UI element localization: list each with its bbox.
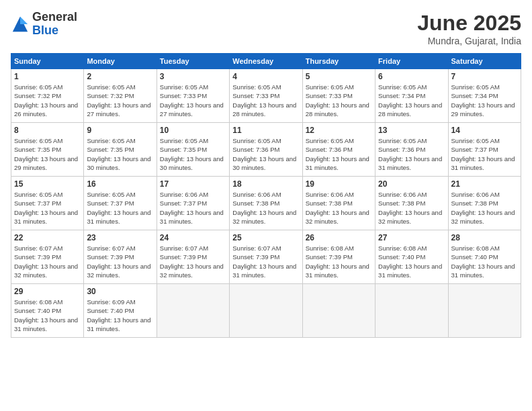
day-info: Sunrise: 6:08 AM Sunset: 7:40 PM Dayligh… bbox=[14, 298, 81, 333]
day-info: Sunrise: 6:09 AM Sunset: 7:40 PM Dayligh… bbox=[87, 298, 153, 333]
day-info: Sunrise: 6:05 AM Sunset: 7:37 PM Dayligh… bbox=[14, 190, 81, 226]
day-number: 2 bbox=[87, 72, 153, 81]
day-info: Sunrise: 6:06 AM Sunset: 7:38 PM Dayligh… bbox=[378, 190, 445, 226]
logo-general: General bbox=[32, 10, 77, 24]
day-number: 12 bbox=[306, 126, 372, 135]
header: General Blue June 2025 Mundra, Gujarat, … bbox=[11, 11, 521, 46]
table-row bbox=[302, 284, 375, 338]
table-row: 1 Sunrise: 6:05 AM Sunset: 7:32 PM Dayli… bbox=[11, 69, 84, 123]
table-row: 25 Sunrise: 6:07 AM Sunset: 7:39 PM Dayl… bbox=[230, 230, 302, 284]
table-row: 18 Sunrise: 6:06 AM Sunset: 7:38 PM Dayl… bbox=[230, 177, 302, 230]
day-number: 29 bbox=[14, 287, 81, 296]
table-row: 22 Sunrise: 6:07 AM Sunset: 7:39 PM Dayl… bbox=[11, 230, 84, 284]
day-number: 15 bbox=[14, 179, 81, 189]
day-info: Sunrise: 6:05 AM Sunset: 7:35 PM Dayligh… bbox=[14, 136, 81, 172]
day-number: 6 bbox=[378, 72, 445, 81]
day-number: 8 bbox=[14, 126, 81, 135]
day-info: Sunrise: 6:05 AM Sunset: 7:36 PM Dayligh… bbox=[306, 136, 372, 172]
day-number: 9 bbox=[87, 126, 153, 135]
day-info: Sunrise: 6:07 AM Sunset: 7:39 PM Dayligh… bbox=[87, 244, 153, 279]
header-sunday: Sunday bbox=[11, 54, 84, 69]
day-number: 20 bbox=[378, 179, 445, 189]
day-info: Sunrise: 6:07 AM Sunset: 7:39 PM Dayligh… bbox=[232, 244, 299, 279]
calendar-week-row: 1 Sunrise: 6:05 AM Sunset: 7:32 PM Dayli… bbox=[11, 69, 521, 123]
table-row: 4 Sunrise: 6:05 AM Sunset: 7:33 PM Dayli… bbox=[230, 69, 302, 123]
location-subtitle: Mundra, Gujarat, India bbox=[417, 36, 521, 46]
table-row: 21 Sunrise: 6:06 AM Sunset: 7:38 PM Dayl… bbox=[448, 177, 521, 230]
table-row bbox=[375, 284, 448, 338]
day-number: 26 bbox=[306, 233, 372, 242]
day-info: Sunrise: 6:07 AM Sunset: 7:39 PM Dayligh… bbox=[160, 244, 226, 279]
table-row: 14 Sunrise: 6:05 AM Sunset: 7:37 PM Dayl… bbox=[448, 123, 521, 177]
table-row: 11 Sunrise: 6:05 AM Sunset: 7:36 PM Dayl… bbox=[230, 123, 302, 177]
table-row bbox=[157, 284, 229, 338]
table-row: 6 Sunrise: 6:05 AM Sunset: 7:34 PM Dayli… bbox=[375, 69, 448, 123]
day-number: 24 bbox=[160, 233, 226, 242]
table-row: 16 Sunrise: 6:05 AM Sunset: 7:37 PM Dayl… bbox=[84, 177, 157, 230]
header-wednesday: Wednesday bbox=[230, 54, 302, 69]
table-row: 8 Sunrise: 6:05 AM Sunset: 7:35 PM Dayli… bbox=[11, 123, 84, 177]
day-info: Sunrise: 6:05 AM Sunset: 7:35 PM Dayligh… bbox=[160, 136, 226, 172]
day-info: Sunrise: 6:05 AM Sunset: 7:33 PM Dayligh… bbox=[306, 83, 372, 118]
table-row bbox=[230, 284, 302, 338]
day-info: Sunrise: 6:07 AM Sunset: 7:39 PM Dayligh… bbox=[14, 244, 81, 279]
header-tuesday: Tuesday bbox=[157, 54, 229, 69]
day-info: Sunrise: 6:05 AM Sunset: 7:37 PM Dayligh… bbox=[87, 190, 153, 226]
day-number: 7 bbox=[451, 72, 518, 81]
table-row: 30 Sunrise: 6:09 AM Sunset: 7:40 PM Dayl… bbox=[84, 284, 157, 338]
table-row: 13 Sunrise: 6:05 AM Sunset: 7:36 PM Dayl… bbox=[375, 123, 448, 177]
day-number: 5 bbox=[306, 72, 372, 81]
logo-icon bbox=[11, 15, 30, 34]
table-row: 15 Sunrise: 6:05 AM Sunset: 7:37 PM Dayl… bbox=[11, 177, 84, 230]
table-row: 7 Sunrise: 6:05 AM Sunset: 7:34 PM Dayli… bbox=[448, 69, 521, 123]
table-row: 23 Sunrise: 6:07 AM Sunset: 7:39 PM Dayl… bbox=[84, 230, 157, 284]
month-title: June 2025 bbox=[417, 11, 521, 36]
day-number: 1 bbox=[14, 72, 81, 81]
calendar-week-row: 8 Sunrise: 6:05 AM Sunset: 7:35 PM Dayli… bbox=[11, 123, 521, 177]
day-info: Sunrise: 6:05 AM Sunset: 7:34 PM Dayligh… bbox=[378, 83, 445, 118]
header-monday: Monday bbox=[84, 54, 157, 69]
day-number: 22 bbox=[14, 233, 81, 242]
day-number: 13 bbox=[378, 126, 445, 135]
day-info: Sunrise: 6:06 AM Sunset: 7:38 PM Dayligh… bbox=[232, 190, 299, 226]
day-info: Sunrise: 6:05 AM Sunset: 7:32 PM Dayligh… bbox=[14, 83, 81, 118]
day-number: 4 bbox=[232, 72, 299, 81]
day-info: Sunrise: 6:05 AM Sunset: 7:34 PM Dayligh… bbox=[451, 83, 518, 118]
day-number: 23 bbox=[87, 233, 153, 242]
table-row: 3 Sunrise: 6:05 AM Sunset: 7:33 PM Dayli… bbox=[157, 69, 229, 123]
table-row: 24 Sunrise: 6:07 AM Sunset: 7:39 PM Dayl… bbox=[157, 230, 229, 284]
table-row: 12 Sunrise: 6:05 AM Sunset: 7:36 PM Dayl… bbox=[302, 123, 375, 177]
table-row: 29 Sunrise: 6:08 AM Sunset: 7:40 PM Dayl… bbox=[11, 284, 84, 338]
logo: General Blue bbox=[11, 11, 77, 38]
header-friday: Friday bbox=[375, 54, 448, 69]
table-row bbox=[448, 284, 521, 338]
day-info: Sunrise: 6:05 AM Sunset: 7:32 PM Dayligh… bbox=[87, 83, 153, 118]
svg-marker-1 bbox=[20, 17, 28, 24]
day-number: 19 bbox=[306, 179, 372, 189]
day-number: 10 bbox=[160, 126, 226, 135]
table-row: 10 Sunrise: 6:05 AM Sunset: 7:35 PM Dayl… bbox=[157, 123, 229, 177]
day-info: Sunrise: 6:05 AM Sunset: 7:36 PM Dayligh… bbox=[232, 136, 299, 172]
day-info: Sunrise: 6:05 AM Sunset: 7:36 PM Dayligh… bbox=[378, 136, 445, 172]
header-thursday: Thursday bbox=[302, 54, 375, 69]
calendar-week-row: 22 Sunrise: 6:07 AM Sunset: 7:39 PM Dayl… bbox=[11, 230, 521, 284]
table-row: 2 Sunrise: 6:05 AM Sunset: 7:32 PM Dayli… bbox=[84, 69, 157, 123]
day-info: Sunrise: 6:06 AM Sunset: 7:38 PM Dayligh… bbox=[451, 190, 518, 226]
day-info: Sunrise: 6:06 AM Sunset: 7:38 PM Dayligh… bbox=[306, 190, 372, 226]
logo-text: General Blue bbox=[32, 11, 77, 38]
day-info: Sunrise: 6:08 AM Sunset: 7:40 PM Dayligh… bbox=[451, 244, 518, 279]
day-info: Sunrise: 6:05 AM Sunset: 7:37 PM Dayligh… bbox=[451, 136, 518, 172]
day-number: 18 bbox=[232, 179, 299, 189]
day-info: Sunrise: 6:06 AM Sunset: 7:37 PM Dayligh… bbox=[160, 190, 226, 226]
day-info: Sunrise: 6:08 AM Sunset: 7:39 PM Dayligh… bbox=[306, 244, 372, 279]
day-number: 25 bbox=[232, 233, 299, 242]
table-row: 5 Sunrise: 6:05 AM Sunset: 7:33 PM Dayli… bbox=[302, 69, 375, 123]
logo-blue: Blue bbox=[32, 24, 58, 37]
day-number: 27 bbox=[378, 233, 445, 242]
day-number: 16 bbox=[87, 179, 153, 189]
header-saturday: Saturday bbox=[448, 54, 521, 69]
table-row: 20 Sunrise: 6:06 AM Sunset: 7:38 PM Dayl… bbox=[375, 177, 448, 230]
table-row: 28 Sunrise: 6:08 AM Sunset: 7:40 PM Dayl… bbox=[448, 230, 521, 284]
day-number: 3 bbox=[160, 72, 226, 81]
page: General Blue June 2025 Mundra, Gujarat, … bbox=[0, 0, 532, 411]
